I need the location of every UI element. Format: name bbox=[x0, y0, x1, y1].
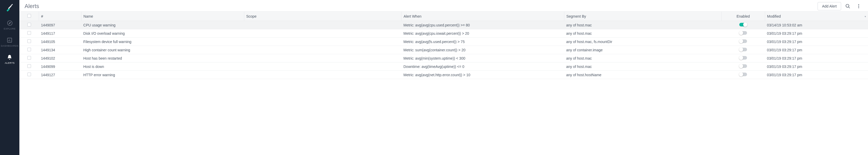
row-checkbox[interactable] bbox=[27, 48, 31, 51]
table-body: 1449097CPU usage warningMetric: avg(avg(… bbox=[20, 21, 868, 79]
cell-alert-when: Metric: avg(min(system.uptime)) < 300 bbox=[401, 54, 564, 62]
alerts-table: # Name Scope Alert When Segment By Enabl… bbox=[20, 12, 868, 79]
cell-scope bbox=[244, 29, 401, 37]
cell-id: 1449127 bbox=[39, 71, 82, 79]
more-vert-icon bbox=[856, 4, 861, 9]
search-icon bbox=[845, 4, 850, 9]
cell-segment-by: any of host.mac bbox=[564, 29, 721, 37]
cell-id: 1449117 bbox=[39, 29, 82, 37]
cell-segment-by: any of host.mac bbox=[564, 21, 721, 29]
col-header-modified[interactable]: Modified▾ bbox=[765, 12, 868, 21]
select-all-checkbox[interactable] bbox=[27, 14, 31, 18]
cell-segment-by: any of host.mac bbox=[564, 62, 721, 71]
col-header-segment[interactable]: Segment By bbox=[564, 12, 721, 21]
cell-alert-when: Metric: sum(avg(container.count)) > 20 bbox=[401, 46, 564, 54]
svg-marker-3 bbox=[9, 22, 10, 24]
nav-explore-label: EXPLORE bbox=[4, 27, 16, 30]
cell-scope bbox=[244, 46, 401, 54]
cell-alert-when: Downtime: avg(timeAvg(uptime)) <= 0 bbox=[401, 62, 564, 71]
cell-modified: 03/01/19 03:29:17 pm bbox=[765, 46, 868, 54]
bell-icon bbox=[7, 54, 12, 60]
enabled-toggle[interactable] bbox=[739, 48, 747, 51]
col-header-name[interactable]: Name bbox=[81, 12, 244, 21]
cell-name: Host has been restarted bbox=[81, 54, 244, 62]
table-row[interactable]: 1449097CPU usage warningMetric: avg(avg(… bbox=[20, 21, 868, 29]
cell-id: 1449097 bbox=[39, 21, 82, 29]
cell-alert-when: Metric: avg(avg(fs.used.percent)) > 75 bbox=[401, 37, 564, 46]
cell-modified: 03/01/19 03:29:17 pm bbox=[765, 71, 868, 79]
cell-scope bbox=[244, 62, 401, 71]
row-checkbox[interactable] bbox=[27, 31, 31, 35]
cell-alert-when: Metric: avg(avg(cpu.iowait.percent)) > 2… bbox=[401, 29, 564, 37]
svg-line-9 bbox=[848, 7, 850, 8]
nav-explore[interactable]: EXPLORE bbox=[4, 20, 16, 30]
col-header-id[interactable]: # bbox=[39, 12, 82, 21]
col-header-enabled[interactable]: Enabled bbox=[721, 12, 765, 21]
cell-modified: 03/14/19 10:53:02 am bbox=[765, 21, 868, 29]
cell-alert-when: Metric: avg(avg(cpu.used.percent)) >= 80 bbox=[401, 21, 564, 29]
cell-segment-by: any of container.image bbox=[564, 46, 721, 54]
table-row[interactable]: 1449102Host has been restartedMetric: av… bbox=[20, 54, 868, 62]
more-menu-button[interactable] bbox=[855, 2, 863, 10]
cell-modified: 03/01/19 03:29:17 pm bbox=[765, 62, 868, 71]
col-header-scope[interactable]: Scope bbox=[244, 12, 401, 21]
row-checkbox[interactable] bbox=[27, 23, 31, 26]
main-content: Alerts Add Alert # Name Scope Alert When… bbox=[20, 0, 868, 155]
cell-scope bbox=[244, 37, 401, 46]
svg-point-11 bbox=[858, 6, 859, 6]
app-logo bbox=[5, 3, 14, 12]
svg-rect-1 bbox=[10, 4, 13, 6]
row-checkbox[interactable] bbox=[27, 64, 31, 68]
sidebar: EXPLORE DASHBOARDS ALERTS bbox=[0, 0, 20, 155]
svg-point-10 bbox=[858, 4, 859, 5]
row-checkbox[interactable] bbox=[27, 56, 31, 60]
svg-point-12 bbox=[858, 7, 859, 8]
cell-id: 1449134 bbox=[39, 46, 82, 54]
cell-modified: 03/01/19 03:29:17 pm bbox=[765, 37, 868, 46]
page-header: Alerts Add Alert bbox=[20, 0, 868, 12]
cell-alert-when: Metric: avg(avg(net.http.error.count)) >… bbox=[401, 71, 564, 79]
nav-dashboards[interactable]: DASHBOARDS bbox=[1, 37, 18, 47]
page-title: Alerts bbox=[25, 3, 817, 9]
cell-segment-by: any of host.mac bbox=[564, 54, 721, 62]
cell-id: 1449102 bbox=[39, 54, 82, 62]
table-row[interactable]: 1449105Filesystem device full warningMet… bbox=[20, 37, 868, 46]
cell-modified: 03/01/19 03:29:17 pm bbox=[765, 29, 868, 37]
shovel-icon bbox=[5, 3, 14, 12]
row-checkbox[interactable] bbox=[27, 73, 31, 76]
enabled-toggle[interactable] bbox=[739, 31, 747, 35]
table-head: # Name Scope Alert When Segment By Enabl… bbox=[20, 12, 868, 21]
cell-name: High container count warning bbox=[81, 46, 244, 54]
cell-name: Filesystem device full warning bbox=[81, 37, 244, 46]
cell-id: 1449105 bbox=[39, 37, 82, 46]
nav-alerts-label: ALERTS bbox=[5, 62, 15, 64]
nav-alerts[interactable]: ALERTS bbox=[5, 54, 15, 64]
enabled-toggle[interactable] bbox=[739, 64, 747, 68]
cell-name: HTTP error warning bbox=[81, 71, 244, 79]
cell-name: CPU usage warning bbox=[81, 21, 244, 29]
table-row[interactable]: 1449127HTTP error warningMetric: avg(avg… bbox=[20, 71, 868, 79]
compass-icon bbox=[7, 20, 13, 26]
enabled-toggle[interactable] bbox=[739, 73, 747, 76]
cell-id: 1449099 bbox=[39, 62, 82, 71]
row-checkbox[interactable] bbox=[27, 40, 31, 43]
enabled-toggle[interactable] bbox=[739, 56, 747, 60]
bar-chart-icon bbox=[7, 37, 12, 43]
search-button[interactable] bbox=[844, 2, 852, 10]
cell-scope bbox=[244, 71, 401, 79]
cell-scope bbox=[244, 54, 401, 62]
cell-name: Host is down bbox=[81, 62, 244, 71]
cell-modified: 03/01/19 03:29:17 pm bbox=[765, 54, 868, 62]
col-header-alertwhen[interactable]: Alert When bbox=[401, 12, 564, 21]
enabled-toggle[interactable] bbox=[739, 40, 747, 43]
table-row[interactable]: 1449134High container count warningMetri… bbox=[20, 46, 868, 54]
alerts-table-wrap: # Name Scope Alert When Segment By Enabl… bbox=[20, 12, 868, 155]
cell-scope bbox=[244, 21, 401, 29]
enabled-toggle[interactable] bbox=[739, 23, 747, 26]
cell-name: Disk I/O overload warning bbox=[81, 29, 244, 37]
add-alert-button[interactable]: Add Alert bbox=[817, 2, 841, 10]
nav-dashboards-label: DASHBOARDS bbox=[1, 45, 18, 47]
table-row[interactable]: 1449099Host is downDowntime: avg(timeAvg… bbox=[20, 62, 868, 71]
table-row[interactable]: 1449117Disk I/O overload warningMetric: … bbox=[20, 29, 868, 37]
svg-point-8 bbox=[846, 4, 849, 7]
